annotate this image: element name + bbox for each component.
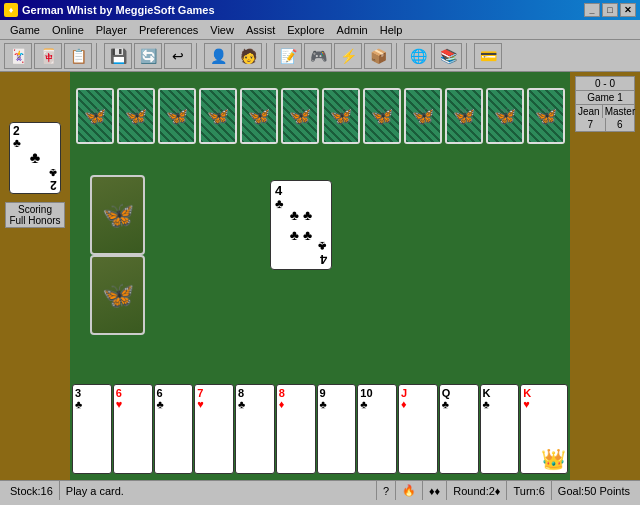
toolbar-btn-2[interactable]: 🀄	[34, 43, 62, 69]
fire-icon: 🔥	[402, 484, 416, 497]
hand-card-9c[interactable]: 9 ♣	[317, 384, 357, 474]
menu-game[interactable]: Game	[4, 22, 46, 38]
goal-text: Goal:50 Points	[558, 485, 630, 497]
hand-card-7h[interactable]: 7 ♥	[194, 384, 234, 474]
opponent-card-10	[445, 88, 483, 144]
menu-preferences[interactable]: Preferences	[133, 22, 204, 38]
hand-card-jd[interactable]: J ♦	[398, 384, 438, 474]
opponent-card-3	[158, 88, 196, 144]
toolbar-btn-15[interactable]: 💳	[474, 43, 502, 69]
window-title: German Whist by MeggieSoft Games	[22, 4, 215, 16]
butterfly-card-back-1	[90, 175, 145, 255]
hand-card-kh[interactable]: K ♥ 👑	[520, 384, 568, 474]
status-turn: Turn:6	[507, 481, 551, 500]
menu-player[interactable]: Player	[90, 22, 133, 38]
hand-card-10c[interactable]: 10 ♣	[357, 384, 397, 474]
message-text: Play a card.	[66, 485, 124, 497]
toolbar-btn-8[interactable]: 🧑	[234, 43, 262, 69]
toolbar-btn-1[interactable]: 🃏	[4, 43, 32, 69]
toolbar-btn-5[interactable]: 🔄	[134, 43, 162, 69]
four-clubs-card: 4 ♣ ♣ ♣ ♣ ♣ 4 ♣	[270, 180, 332, 270]
toolbar-btn-10[interactable]: 🎮	[304, 43, 332, 69]
card-suit-bottom: ♣	[49, 167, 57, 179]
menu-assist[interactable]: Assist	[240, 22, 281, 38]
score-col-master: Master	[603, 105, 638, 118]
hand-card-6c[interactable]: 6 ♣	[154, 384, 194, 474]
diamond-icon: ♦♦	[429, 485, 440, 497]
close-button[interactable]: ✕	[620, 3, 636, 17]
left-card-area: 2 ♣ ♣ 2 ♣ Scoring Full Honors	[5, 122, 64, 228]
opponent-card-4	[199, 88, 237, 144]
status-fire: 🔥	[396, 481, 423, 500]
hand-card-3c[interactable]: 3 ♣	[72, 384, 112, 474]
green-table: 4 ♣ ♣ ♣ ♣ ♣ 4 ♣ 3 ♣	[70, 72, 570, 480]
four-clubs-suit-tl: ♣	[275, 197, 284, 210]
opponent-card-8	[363, 88, 401, 144]
score-val-jean: 7	[576, 118, 606, 131]
maximize-button[interactable]: □	[602, 3, 618, 17]
hand-card-8c[interactable]: 8 ♣	[235, 384, 275, 474]
menu-explore[interactable]: Explore	[281, 22, 330, 38]
opponent-card-11	[486, 88, 524, 144]
right-panel: 0 - 0 Game 1 Jean Master 7 6	[570, 72, 640, 480]
play-area: 4 ♣ ♣ ♣ ♣ ♣ 4 ♣	[70, 160, 570, 380]
toolbar-sep-4	[396, 43, 400, 69]
title-bar: ♦ German Whist by MeggieSoft Games _ □ ✕	[0, 0, 640, 20]
round-text: Round:2	[453, 485, 495, 497]
toolbar: 🃏 🀄 📋 💾 🔄 ↩ 👤 🧑 📝 🎮 ⚡ 📦 🌐 📚 💳	[0, 40, 640, 72]
toolbar-btn-13[interactable]: 🌐	[404, 43, 432, 69]
status-goal: Goal:50 Points	[552, 481, 636, 500]
title-left: ♦ German Whist by MeggieSoft Games	[4, 3, 215, 17]
score-val-master: 6	[606, 118, 635, 131]
status-diamond: ♦♦	[423, 481, 447, 500]
hint-icon: ?	[383, 485, 389, 497]
hand-card-kc[interactable]: K ♣	[480, 384, 520, 474]
toolbar-btn-4[interactable]: 💾	[104, 43, 132, 69]
toolbar-sep-2	[196, 43, 200, 69]
menu-online[interactable]: Online	[46, 22, 90, 38]
player-left-card[interactable]: 2 ♣ ♣ 2 ♣	[9, 122, 61, 194]
status-round: Round:2 ♦	[447, 481, 507, 500]
toolbar-btn-11[interactable]: ⚡	[334, 43, 362, 69]
minimize-button[interactable]: _	[584, 3, 600, 17]
menu-bar: Game Online Player Preferences View Assi…	[0, 20, 640, 40]
score-values: 7 6	[576, 118, 634, 131]
toolbar-sep-1	[96, 43, 100, 69]
toolbar-btn-7[interactable]: 👤	[204, 43, 232, 69]
menu-help[interactable]: Help	[374, 22, 409, 38]
toolbar-btn-12[interactable]: 📦	[364, 43, 392, 69]
card-suit-top: ♣	[13, 137, 21, 149]
opponent-card-5	[240, 88, 278, 144]
menu-admin[interactable]: Admin	[331, 22, 374, 38]
hand-card-8d[interactable]: 8 ♦	[276, 384, 316, 474]
opponent-card-1	[76, 88, 114, 144]
four-clubs-suit-br: ♣	[318, 240, 327, 253]
menu-view[interactable]: View	[204, 22, 240, 38]
score-subheader: Game 1	[576, 91, 634, 105]
score-col-jean: Jean	[576, 105, 603, 118]
butterfly-card-back-2	[90, 255, 145, 335]
opponent-cards	[70, 72, 570, 160]
four-clubs-value-br: 4	[320, 253, 327, 266]
opponent-card-6	[281, 88, 319, 144]
toolbar-btn-9[interactable]: 📝	[274, 43, 302, 69]
hand-card-qc[interactable]: Q ♣	[439, 384, 479, 474]
title-buttons: _ □ ✕	[584, 3, 636, 17]
status-message: Play a card.	[60, 481, 377, 500]
opponent-card-9	[404, 88, 442, 144]
score-box: 0 - 0 Game 1 Jean Master 7 6	[575, 76, 635, 132]
status-stock: Stock:16	[4, 481, 60, 500]
game-area: 2 ♣ ♣ 2 ♣ Scoring Full Honors	[0, 72, 640, 480]
toolbar-btn-3[interactable]: 📋	[64, 43, 92, 69]
toolbar-btn-14[interactable]: 📚	[434, 43, 462, 69]
round-suit: ♦	[495, 485, 501, 497]
status-hint[interactable]: ?	[377, 481, 396, 500]
score-header: 0 - 0	[576, 77, 634, 91]
toolbar-sep-3	[266, 43, 270, 69]
card-value-bottom: 2	[50, 179, 57, 191]
left-panel: 2 ♣ ♣ 2 ♣ Scoring Full Honors	[0, 72, 70, 480]
scoring-label: Scoring Full Honors	[5, 202, 64, 228]
toolbar-btn-6[interactable]: ↩	[164, 43, 192, 69]
opponent-card-7	[322, 88, 360, 144]
hand-card-6h[interactable]: 6 ♥	[113, 384, 153, 474]
